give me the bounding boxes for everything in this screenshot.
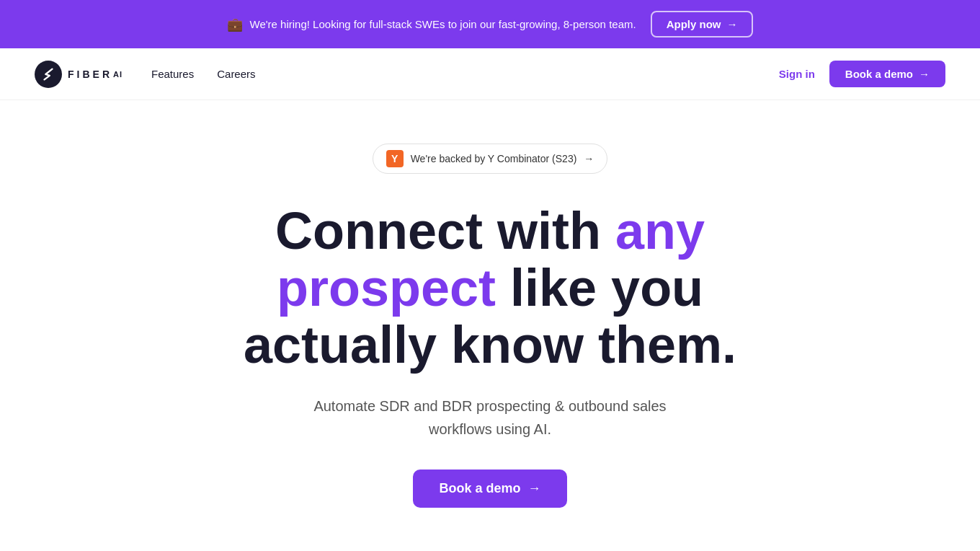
logo-link[interactable]: FIBER AI <box>35 61 122 88</box>
nav-item-features: Features <box>151 68 194 81</box>
yc-badge[interactable]: Y We're backed by Y Combinator (S23) → <box>373 144 608 174</box>
hero-section: Y We're backed by Y Combinator (S23) → C… <box>0 100 980 551</box>
apply-now-label: Apply now <box>667 18 721 30</box>
book-demo-nav-arrow-icon: → <box>919 68 930 80</box>
hero-headline: Connect with any prospect like you actua… <box>195 203 785 374</box>
nav-links: Features Careers <box>151 68 256 81</box>
features-link[interactable]: Features <box>151 68 194 80</box>
hero-book-demo-button[interactable]: Book a demo → <box>413 470 566 508</box>
logo-wordmark: FIBER AI <box>68 69 122 80</box>
navbar: FIBER AI Features Careers Sign in Book a… <box>0 48 980 100</box>
headline-accent-prospect: prospect <box>277 259 496 317</box>
yc-badge-text: We're backed by Y Combinator (S23) <box>411 153 577 164</box>
banner-message: 💼 We're hiring! Looking for full-stack S… <box>227 17 636 32</box>
logo-svg <box>40 66 56 82</box>
logo-icon <box>35 61 62 88</box>
nav-right: Sign in Book a demo → <box>779 61 945 87</box>
hero-subtext: Automate SDR and BDR prospecting & outbo… <box>303 394 677 441</box>
hero-cta-arrow-icon: → <box>528 481 541 496</box>
sign-in-button[interactable]: Sign in <box>779 68 815 80</box>
banner-text-content: We're hiring! Looking for full-stack SWE… <box>250 18 636 30</box>
book-demo-nav-button[interactable]: Book a demo → <box>829 61 945 87</box>
logo-ai-text: AI <box>113 70 122 79</box>
logo-text: FIBER <box>68 69 112 80</box>
hero-cta-label: Book a demo <box>439 481 520 496</box>
announcement-banner: 💼 We're hiring! Looking for full-stack S… <box>0 0 980 48</box>
headline-part1: Connect with <box>275 202 615 260</box>
yc-logo-icon: Y <box>386 150 404 167</box>
nav-left: FIBER AI Features Careers <box>35 61 256 88</box>
book-demo-nav-label: Book a demo <box>845 68 913 80</box>
apply-now-arrow-icon: → <box>726 18 737 30</box>
apply-now-button[interactable]: Apply now → <box>651 11 754 38</box>
careers-link[interactable]: Careers <box>217 68 255 80</box>
nav-item-careers: Careers <box>217 68 255 81</box>
headline-accent-any: any <box>615 202 705 260</box>
briefcase-icon: 💼 <box>227 17 243 32</box>
yc-badge-arrow-icon: → <box>584 153 594 164</box>
